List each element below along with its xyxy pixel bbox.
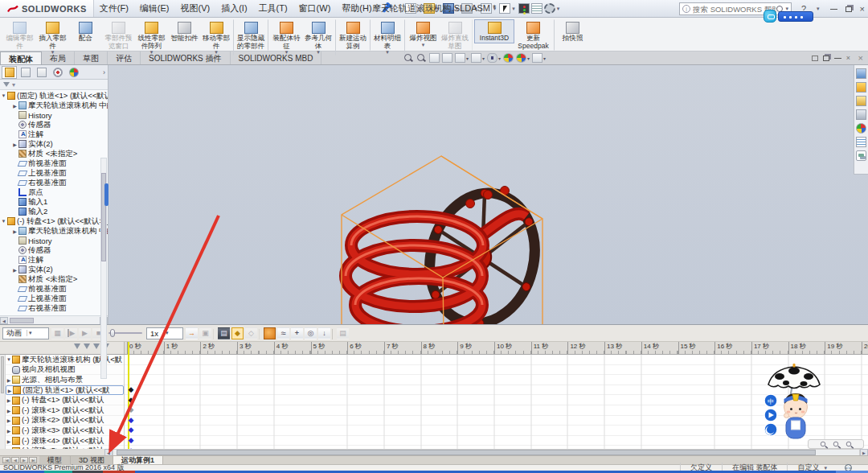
panel-overflow-icon[interactable]: › <box>103 68 105 76</box>
minimize-icon[interactable] <box>830 9 837 10</box>
scrollbar-thumb[interactable] <box>10 318 34 323</box>
previous-view-icon[interactable] <box>429 53 440 63</box>
tree-item[interactable]: 注解 <box>0 130 108 139</box>
tree-item[interactable]: 传感器 <box>0 120 108 130</box>
tree-item[interactable]: ▶ 摩天轮轨道滚珠机构 中的配合 <box>0 226 108 236</box>
model-3d[interactable] <box>241 138 579 324</box>
timeline-area[interactable]: ▼ 摩天轮轨道滚珠机构 (默认<默 视向及相机视图 ▶ 光源、相机与布景 ▶ <box>0 355 868 449</box>
tree-item[interactable]: 输入1 <box>0 197 108 207</box>
mate-button[interactable]: 配合 <box>69 19 102 43</box>
tree-item[interactable]: 传感器 <box>0 245 108 255</box>
home-icon[interactable] <box>856 68 866 79</box>
apply-scene-icon[interactable] <box>516 53 526 63</box>
instant3d-button[interactable]: Instant3D <box>474 19 514 43</box>
expand-icon[interactable]: ▼ <box>6 357 12 362</box>
key-point-icon[interactable] <box>125 446 137 449</box>
expand-icon[interactable]: ▶ <box>6 428 12 434</box>
motor-icon[interactable] <box>264 327 276 339</box>
tree-item[interactable]: 上视基准面 <box>0 168 108 178</box>
expand-icon[interactable]: ▶ <box>6 438 12 444</box>
command-tab[interactable]: 草图 <box>75 51 108 64</box>
insert-components-button[interactable]: 插入零部件 <box>36 19 69 56</box>
new-file-icon[interactable] <box>405 3 416 14</box>
open-file-icon[interactable] <box>424 3 435 14</box>
expand-icon[interactable]: ▶ <box>6 397 12 403</box>
resources-icon[interactable] <box>856 82 866 93</box>
tree-filter-row[interactable]: ▾ <box>0 80 108 90</box>
exploded-view-button[interactable]: 爆炸视图 <box>407 19 440 48</box>
explode-line-sketch-button[interactable]: 爆炸直线草图 <box>440 19 473 51</box>
tree-item[interactable]: ▶ 实体(2) <box>0 265 108 274</box>
rebuild-icon[interactable] <box>518 3 530 14</box>
timeline-ruler[interactable]: 0 秒1 秒2 秒3 秒4 秒5 秒6 秒7 秒8 秒9 秒10 秒11 秒12… <box>0 342 868 355</box>
animation-wizard-icon[interactable] <box>218 327 230 339</box>
select-icon[interactable] <box>499 3 510 14</box>
close-document-icon[interactable]: × <box>846 54 850 62</box>
zoom-area-icon[interactable] <box>416 53 427 63</box>
motion-study-type-select[interactable]: 动画▾ <box>2 327 49 339</box>
zoom-out-timeline-icon[interactable] <box>846 442 851 446</box>
playback-speed-select[interactable]: 1x▾ <box>146 327 183 339</box>
force-icon[interactable] <box>291 327 303 339</box>
menu-item[interactable]: 视图(V) <box>175 0 216 17</box>
smart-fasteners-button[interactable]: 智能扣件 <box>168 19 201 43</box>
key-point-icon[interactable] <box>125 395 137 405</box>
expand-icon[interactable]: ▶ <box>11 103 18 109</box>
component-preview-button[interactable]: 零部件预览窗口 <box>102 19 135 51</box>
print-icon[interactable] <box>461 3 473 14</box>
new-motion-study-button[interactable]: 新建运动算例 <box>338 19 371 51</box>
tree-item[interactable]: ▼ (固定) 轨道<1> (默认<<默认>_显 <box>0 91 108 101</box>
slider-knob[interactable] <box>110 329 115 337</box>
mascot-buttons[interactable]: 中 <box>764 394 777 436</box>
motion-tree-item[interactable]: ▶ (-) 滚珠<4> (默认<<默认 <box>6 436 124 446</box>
tree-item[interactable]: History <box>0 236 108 245</box>
expand-icon[interactable]: ▶ <box>6 388 13 393</box>
menu-item[interactable]: 帮助(H) <box>336 0 377 17</box>
expand-icon[interactable]: ▶ <box>11 142 18 147</box>
motion-tree-item[interactable]: ▶ (-) 滚珠<1> (默认<<默认 <box>6 405 124 416</box>
key-point-icon[interactable] <box>125 405 137 415</box>
cascade-windows-icon[interactable] <box>812 56 818 61</box>
copy-icon[interactable] <box>199 327 211 339</box>
tree-item[interactable]: History <box>0 110 108 120</box>
motion-tree-item[interactable]: ▶ (-) 滚珠<3> (默认<<默认 <box>6 426 124 436</box>
tree-item[interactable]: 注解 <box>0 255 108 265</box>
tree-item[interactable]: 前视基准面 <box>0 158 108 168</box>
menu-item[interactable]: 编辑(E) <box>134 0 175 17</box>
tree-item[interactable]: 原点 <box>0 187 108 197</box>
tree-item[interactable]: 右视基准面 <box>0 178 108 187</box>
expand-icon[interactable]: ▶ <box>11 228 18 234</box>
minimize-document-icon[interactable] <box>834 58 841 59</box>
forum-icon[interactable] <box>856 150 866 161</box>
spring-icon[interactable] <box>277 327 289 339</box>
expand-icon[interactable]: ▶ <box>6 417 12 423</box>
bill-of-materials-button[interactable]: 材料明细表 <box>372 19 405 56</box>
custom-properties-icon[interactable] <box>856 137 866 147</box>
reference-geometry-button[interactable]: 参考几何体 <box>303 19 336 56</box>
tree-item[interactable]: 上视基准面 <box>0 294 108 303</box>
view-settings-icon[interactable] <box>532 53 542 63</box>
key-point-icon[interactable] <box>125 435 137 446</box>
filter-selected-icon[interactable] <box>93 343 100 349</box>
zoom-in-timeline-icon[interactable] <box>833 442 838 446</box>
spiral-track-part[interactable] <box>346 187 526 325</box>
design-library-icon[interactable] <box>856 96 866 106</box>
tree-item[interactable]: ▶ 实体(2) <box>0 139 108 149</box>
floating-promo-badge[interactable] <box>764 10 813 23</box>
section-view-icon[interactable] <box>442 53 452 63</box>
key-point-icon[interactable] <box>125 385 137 395</box>
tree-item[interactable]: 材质 <未指定> <box>0 274 108 284</box>
play-icon[interactable] <box>79 327 91 339</box>
mascot-widget[interactable]: 中 <box>762 364 826 442</box>
add-key-icon[interactable] <box>245 327 257 339</box>
results-icon[interactable] <box>337 327 349 339</box>
tree-item[interactable]: ▼ (-) 转盘<1> (默认<<默认>_显示 <box>0 216 108 226</box>
show-hidden-components-button[interactable]: 显示隐藏的零部件 <box>235 19 268 51</box>
expand-icon[interactable]: ▼ <box>0 93 7 98</box>
tree-item[interactable]: 输入2 <box>0 207 108 216</box>
pin-menu-icon[interactable] <box>382 4 389 12</box>
graphics-area[interactable]: Y X Z *等轴测 <box>0 65 868 324</box>
assembly-features-button[interactable]: 装配体特征 <box>270 19 303 56</box>
scroll-left-icon[interactable]: ◀ <box>0 317 8 324</box>
promo-button[interactable] <box>778 11 813 22</box>
